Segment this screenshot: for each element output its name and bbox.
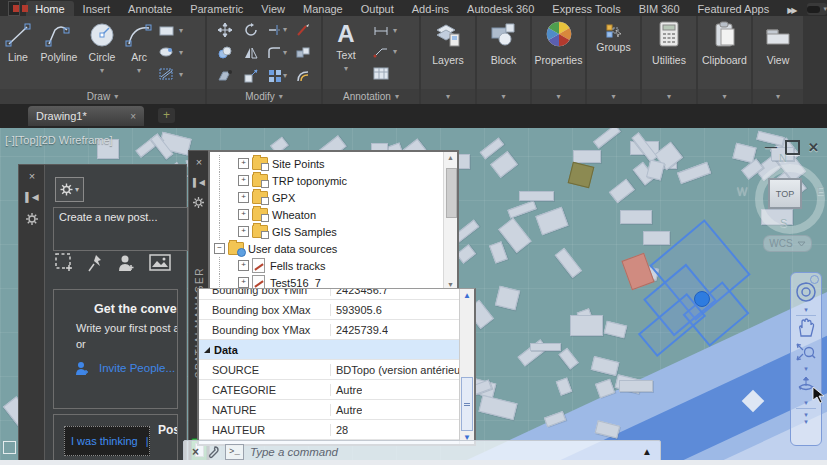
- wcs-dropdown[interactable]: WCS: [763, 235, 812, 252]
- fillet-tool-button[interactable]: ▾: [264, 41, 290, 64]
- trim-tool-button[interactable]: ▾: [264, 18, 290, 41]
- new-tab-button[interactable]: +: [158, 108, 175, 123]
- scale-tool-button[interactable]: [238, 64, 264, 87]
- command-history-up-icon[interactable]: ▲: [642, 446, 652, 457]
- ellipse-tool-button[interactable]: ▾: [158, 46, 202, 58]
- property-row[interactable]: Bounding box YMin 2423456.7: [199, 288, 474, 300]
- properties-button[interactable]: Properties: [532, 16, 585, 89]
- auto-hide-icon[interactable]: ▌◀: [25, 192, 38, 203]
- viewcube-west[interactable]: W: [737, 185, 747, 197]
- add-person-icon[interactable]: [117, 253, 137, 273]
- view-button[interactable]: View: [753, 16, 803, 89]
- property-row[interactable]: SOURCE BDTopo (version antérieur: [199, 360, 474, 380]
- circle-tool-button[interactable]: Circle ▾: [82, 16, 122, 89]
- close-tab-icon[interactable]: ×: [130, 111, 136, 122]
- wrench-icon[interactable]: [205, 445, 219, 459]
- dimension-tool-button[interactable]: ▾: [372, 25, 412, 37]
- block-button[interactable]: Block: [477, 16, 530, 89]
- command-input[interactable]: Type a command: [250, 446, 338, 458]
- table-tool-button[interactable]: [372, 67, 412, 80]
- zoom-extents-icon[interactable]: [795, 342, 817, 362]
- restore-icon[interactable]: [785, 140, 800, 155]
- chevron-down-icon[interactable]: ▾: [344, 64, 348, 73]
- chevron-down-icon[interactable]: ▾: [804, 399, 808, 406]
- auto-hide-icon[interactable]: ▌◀: [193, 177, 205, 188]
- stretch-tool-button[interactable]: [212, 64, 238, 87]
- tab-featured-apps[interactable]: Featured Apps: [689, 1, 779, 16]
- panel-draw-label[interactable]: Draw▾: [0, 89, 205, 104]
- drawing-tab[interactable]: Drawing1* ×: [28, 106, 144, 126]
- invite-people-link[interactable]: Invite People...: [74, 360, 177, 376]
- tree-item-user-data-sources[interactable]: − User data sources: [214, 240, 457, 257]
- palette-properties-gear-icon[interactable]: [193, 197, 204, 208]
- draft-post-input[interactable]: I was thinking: [64, 426, 150, 456]
- navbar-expand-icon[interactable]: ▾▾: [804, 411, 808, 425]
- tree-scrollbar[interactable]: ▲ ▼: [443, 152, 457, 290]
- tab-overflow-icon[interactable]: ▶▶: [778, 4, 807, 16]
- panel-annotation-label[interactable]: Annotation▾: [323, 89, 419, 104]
- pan-hand-icon[interactable]: [795, 318, 817, 338]
- rectangle-tool-button[interactable]: ▾: [158, 25, 202, 37]
- panel-groups-dropdown[interactable]: ▾: [587, 89, 640, 104]
- scroll-up-icon[interactable]: ▲: [460, 289, 474, 300]
- erase-tool-button[interactable]: [290, 18, 316, 41]
- expand-icon[interactable]: +: [238, 260, 249, 271]
- map-point-marker[interactable]: [694, 291, 710, 307]
- tree-item-gpx[interactable]: + GPX: [214, 189, 457, 206]
- tree-item-site-points[interactable]: + Site Points: [214, 155, 457, 172]
- panel-layers-dropdown[interactable]: ▾: [421, 89, 475, 104]
- property-row[interactable]: NATURE Autre: [199, 400, 474, 420]
- view-control[interactable]: [Top]: [15, 134, 39, 146]
- select-area-icon[interactable]: [55, 253, 75, 273]
- arc-tool-button[interactable]: Arc ▾: [122, 16, 156, 89]
- post-button[interactable]: Post: [158, 423, 178, 437]
- polyline-tool-button[interactable]: Polyline: [36, 16, 82, 89]
- clipboard-button[interactable]: Clipboard: [698, 16, 751, 89]
- hatch-tool-button[interactable]: ▾: [158, 68, 202, 80]
- utilities-button[interactable]: Utilities: [642, 16, 696, 89]
- panel-utilities-dropdown[interactable]: ▾: [642, 89, 696, 104]
- tab-addins[interactable]: Add-ins: [403, 1, 458, 16]
- leader-tool-button[interactable]: ▾: [372, 46, 412, 58]
- viewcube-top-face[interactable]: TOP: [768, 178, 802, 209]
- panel-properties-dropdown[interactable]: ▾: [532, 89, 585, 104]
- expand-icon[interactable]: +: [238, 158, 249, 169]
- panel-modify-label[interactable]: Modify▾: [207, 89, 321, 104]
- scroll-down-icon[interactable]: ▼: [444, 281, 457, 288]
- expand-icon[interactable]: +: [238, 175, 249, 186]
- scroll-up-icon[interactable]: ▲: [444, 152, 457, 161]
- close-icon[interactable]: ✕: [808, 140, 819, 155]
- scroll-thumb[interactable]: [461, 377, 473, 431]
- line-tool-button[interactable]: Line: [0, 16, 36, 89]
- property-row[interactable]: Bounding box XMax 593905.6: [199, 300, 474, 320]
- close-icon[interactable]: ×: [29, 171, 35, 182]
- array-tool-button[interactable]: ▾: [264, 64, 290, 87]
- tab-manage[interactable]: Manage: [294, 1, 352, 16]
- chevron-down-icon[interactable]: ▾: [137, 66, 141, 75]
- tab-parametric[interactable]: Parametric: [181, 1, 252, 16]
- tab-express-tools[interactable]: Express Tools: [543, 1, 629, 16]
- property-row[interactable]: HAUTEUR 28: [199, 420, 474, 440]
- layers-button[interactable]: Layers: [421, 16, 475, 89]
- viewcube-north[interactable]: N: [779, 152, 787, 164]
- panel-block-dropdown[interactable]: ▾: [477, 89, 530, 104]
- new-post-input[interactable]: Create a new post...: [53, 207, 188, 251]
- move-tool-button[interactable]: [212, 18, 238, 41]
- tree-item-gis-samples[interactable]: + GIS Samples: [214, 223, 457, 240]
- scroll-thumb[interactable]: [446, 168, 457, 218]
- rotate-tool-button[interactable]: [238, 18, 264, 41]
- app-logo-icon[interactable]: [8, 1, 20, 16]
- expand-icon[interactable]: +: [238, 277, 249, 288]
- chevron-down-icon[interactable]: ▾: [804, 365, 808, 372]
- groups-button[interactable]: Groups: [587, 16, 640, 89]
- tab-home[interactable]: Home: [26, 1, 73, 16]
- ribbon-display-button[interactable]: ▾: [807, 3, 827, 15]
- tree-item-fells-tracks[interactable]: + Fells tracks: [214, 257, 457, 274]
- navigation-wheel-icon[interactable]: [795, 281, 817, 303]
- tab-bim360[interactable]: BIM 360: [630, 1, 689, 16]
- panel-view-dropdown[interactable]: ▾: [753, 89, 803, 104]
- grid-scrollbar[interactable]: ▲ ▼: [459, 289, 474, 444]
- text-tool-button[interactable]: A Text ▾: [328, 16, 364, 89]
- layout-corner-icon[interactable]: [3, 441, 16, 454]
- expand-icon[interactable]: +: [238, 226, 249, 237]
